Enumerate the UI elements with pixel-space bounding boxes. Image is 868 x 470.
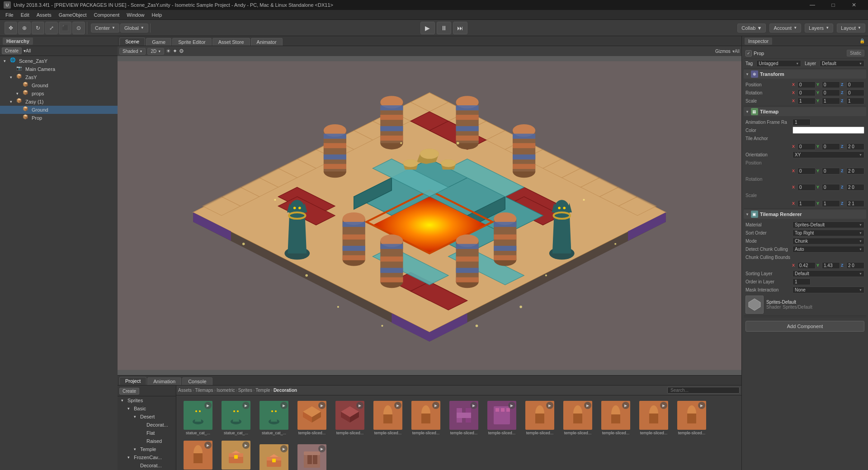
toolbar-hand-tool[interactable]: ✥ xyxy=(5,22,17,34)
step-button[interactable]: ⏭ xyxy=(453,22,467,34)
tab-console[interactable]: Console xyxy=(182,377,212,385)
menu-file[interactable]: File xyxy=(2,10,17,19)
toolbar-rect-tool[interactable]: ⬛ xyxy=(59,22,71,34)
hierarchy-item-ground2[interactable]: 📦 Ground xyxy=(0,106,118,114)
asset-play-btn[interactable]: ▶ xyxy=(242,442,250,449)
inspector-static-toggle[interactable]: Static xyxy=(847,50,864,56)
asset-treasure-2[interactable]: ▶ treasure_sar... xyxy=(256,442,292,470)
asset-play-btn[interactable]: ▶ xyxy=(698,402,705,409)
asset-play-btn[interactable]: ▶ xyxy=(280,445,288,452)
maximize-button[interactable]: □ xyxy=(823,0,844,10)
menu-edit[interactable]: Edit xyxy=(17,10,33,19)
rotation-x-input[interactable] xyxy=(797,89,816,96)
close-button[interactable]: ✕ xyxy=(844,0,864,10)
project-tree-basic[interactable]: ▾Basic xyxy=(118,404,176,413)
asset-temple-12[interactable]: ▶ temple-sliced... xyxy=(180,439,216,470)
asset-play-btn[interactable]: ▶ xyxy=(470,402,477,409)
cull-x[interactable] xyxy=(797,262,816,269)
hierarchy-item-prop[interactable]: 📦 Prop xyxy=(0,114,118,122)
search-input[interactable] xyxy=(667,387,740,394)
asset-treasure-1[interactable]: ▶ treasure_sar... xyxy=(218,439,254,470)
space-dropdown[interactable]: Global xyxy=(120,24,148,33)
position-z-input[interactable] xyxy=(846,81,864,88)
asset-temple-2[interactable]: ▶ temple-sliced... xyxy=(332,399,368,437)
cull-z[interactable] xyxy=(846,262,864,269)
cull-y[interactable] xyxy=(822,262,840,269)
project-tree-desert[interactable]: ▾Desert xyxy=(118,413,176,421)
hierarchy-item-scene[interactable]: ▾ 🌐 Scene_ZasY xyxy=(0,57,118,65)
breadcrumb-assets[interactable]: Assets xyxy=(178,388,192,393)
collab-button[interactable]: Collab ▼ xyxy=(737,24,766,33)
material-dropdown[interactable]: Sprites-Default xyxy=(793,221,864,228)
scale-z-input[interactable] xyxy=(846,98,864,104)
project-tree-flat[interactable]: Flat xyxy=(118,429,176,437)
asset-play-btn[interactable]: ▶ xyxy=(622,402,629,409)
position-x-input[interactable] xyxy=(797,81,816,88)
minimize-button[interactable]: — xyxy=(802,0,823,10)
menu-window[interactable]: Window xyxy=(123,10,148,19)
breadcrumb-tilemaps[interactable]: Tilemaps xyxy=(195,388,213,393)
toolbar-transform-tool[interactable]: ⊙ xyxy=(72,22,85,34)
anchor-x-input[interactable] xyxy=(797,143,816,150)
order-in-layer-input[interactable] xyxy=(793,278,811,285)
tab-asset-store[interactable]: Asset Store xyxy=(212,38,250,46)
project-tree-temple-basic[interactable]: ▾Temple xyxy=(118,445,176,453)
tscale-z[interactable] xyxy=(846,200,864,207)
tab-game[interactable]: Game xyxy=(146,38,171,46)
orientation-dropdown[interactable]: XY xyxy=(793,151,864,158)
sorting-layer-dropdown[interactable]: Default xyxy=(793,270,864,277)
color-swatch[interactable] xyxy=(793,127,864,134)
hierarchy-tab[interactable]: Hierarchy xyxy=(3,38,33,45)
project-tree-frozen-decorat[interactable]: Decorat... xyxy=(118,461,176,470)
rotation-y-input[interactable] xyxy=(822,89,840,96)
asset-play-btn[interactable]: ▶ xyxy=(394,402,401,409)
asset-statue-cat-3[interactable]: ▶ statue_cat_... xyxy=(256,399,292,437)
fx-toggle[interactable]: ✦ xyxy=(173,48,177,54)
hierarchy-item-zasy1[interactable]: ▾ 📦 Zasy (1) xyxy=(0,98,118,106)
asset-play-btn[interactable]: ▶ xyxy=(584,402,591,409)
asset-statue-cat-2[interactable]: ▶ statue_cat_... xyxy=(218,399,254,437)
anchor-y-input[interactable] xyxy=(822,143,840,150)
asset-temple-6[interactable]: ▶ temple-sliced... xyxy=(484,399,520,437)
asset-play-btn[interactable]: ▶ xyxy=(318,402,326,409)
mode-dropdown[interactable]: Chunk xyxy=(793,238,864,244)
breadcrumb-sprites[interactable]: Sprites xyxy=(238,388,252,393)
scene-settings[interactable]: ⚙ xyxy=(179,48,184,54)
asset-play-btn[interactable]: ▶ xyxy=(432,402,439,409)
mode-2d-dropdown[interactable]: 2D xyxy=(147,48,164,55)
scale-y-input[interactable] xyxy=(822,98,840,104)
hierarchy-create-btn[interactable]: Create xyxy=(2,47,22,54)
asset-temple-1[interactable]: ▶ temple-sliced... xyxy=(294,399,330,437)
inspector-object-name[interactable]: Prop xyxy=(754,51,845,56)
asset-play-btn[interactable]: ▶ xyxy=(508,402,515,409)
tab-animator[interactable]: Animator xyxy=(251,38,283,46)
toolbar-scale-tool[interactable]: ⤢ xyxy=(45,22,58,34)
layout-dropdown[interactable]: Layout xyxy=(837,24,865,33)
asset-play-btn[interactable]: ▶ xyxy=(318,445,326,452)
inspector-tab[interactable]: Inspector xyxy=(745,38,772,45)
tpos-x[interactable] xyxy=(797,168,816,174)
asset-play-btn[interactable]: ▶ xyxy=(356,402,363,409)
position-y-input[interactable] xyxy=(822,81,840,88)
tag-dropdown[interactable]: Untagged xyxy=(756,60,801,67)
project-tree-sprites[interactable]: ▾Sprites xyxy=(118,396,176,404)
scale-x-input[interactable] xyxy=(797,98,816,104)
tpos-z[interactable] xyxy=(846,168,864,174)
hierarchy-item-camera[interactable]: 📷 Main Camera xyxy=(0,65,118,73)
asset-play-btn[interactable]: ▶ xyxy=(546,402,553,409)
tab-project[interactable]: Project xyxy=(119,377,146,385)
detect-chunk-dropdown[interactable]: Auto xyxy=(793,246,864,253)
gizmos-label[interactable]: Gizmos xyxy=(715,49,731,54)
inspector-active-checkbox[interactable]: ✓ xyxy=(745,50,752,56)
mask-dropdown[interactable]: None xyxy=(793,287,864,293)
project-tree-frozencav[interactable]: ▾FrozenCav... xyxy=(118,453,176,461)
account-dropdown[interactable]: Account xyxy=(769,24,801,33)
menu-assets[interactable]: Assets xyxy=(33,10,55,19)
anim-frame-input[interactable] xyxy=(793,119,811,126)
layers-dropdown[interactable]: Layers xyxy=(805,24,833,33)
tab-scene[interactable]: Scene xyxy=(119,38,145,46)
shaded-dropdown[interactable]: Shaded xyxy=(119,48,146,55)
toolbar-rotate-tool[interactable]: ↻ xyxy=(32,22,44,34)
trot-z[interactable] xyxy=(846,184,864,191)
add-component-button[interactable]: Add Component xyxy=(745,321,864,332)
